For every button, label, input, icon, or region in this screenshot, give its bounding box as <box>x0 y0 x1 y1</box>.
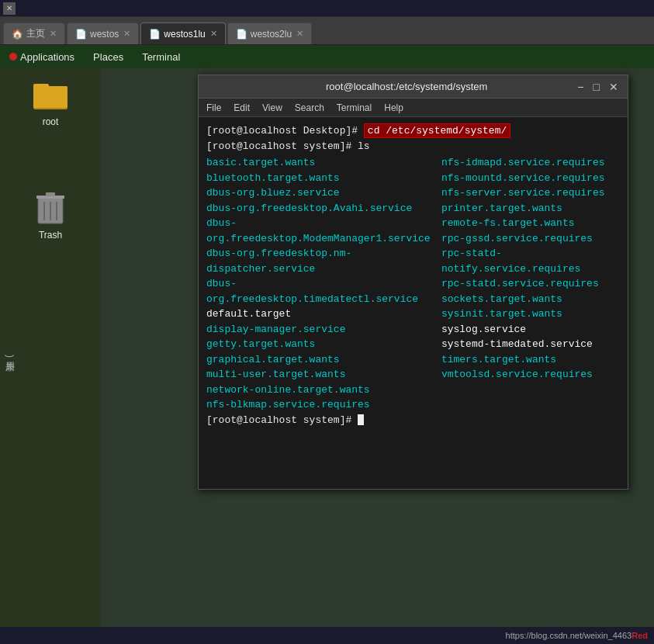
trash-icon <box>32 189 69 227</box>
ls-item-18: printer.target.wants <box>441 201 620 216</box>
terminal-menu-view[interactable]: View <box>262 102 282 113</box>
prompt-1: [root@localhost Desktop]# <box>206 125 364 137</box>
trash-icon-label: Trash <box>39 230 62 241</box>
root-icon-label: root <box>43 116 59 127</box>
tab-home-close[interactable]: ✕ <box>50 29 57 39</box>
ls-item-2: bluetooth.target.wants <box>206 171 434 186</box>
desktop-menubar: Applications Places Terminal <box>0 45 654 68</box>
prompt-last: [root@localhost system]# <box>206 414 358 426</box>
ls-item-26: systemd-timedated.service <box>441 337 620 352</box>
ls-item-6: dbus-org.freedesktop.nm-dispatcher.servi… <box>206 246 434 276</box>
terminal-menu-file[interactable]: File <box>206 102 221 113</box>
terminal-menubar: File Edit View Search Terminal Help <box>199 99 628 117</box>
ls-item-27: timers.target.wants <box>441 352 620 368</box>
tab-home-label: 主页 <box>26 27 45 40</box>
menubar-places[interactable]: Places <box>90 50 126 64</box>
ls-item-19: remote-fs.target.wants <box>441 216 620 231</box>
ls-item-24: sysinit.target.wants <box>441 306 620 322</box>
terminal-line-last: [root@localhost system]# <box>206 413 620 428</box>
ls-item-25: syslog.service <box>441 322 620 338</box>
tab-westos1lu-label: westos1lu <box>164 29 205 40</box>
menubar-terminal[interactable]: Terminal <box>139 50 183 64</box>
terminal-title: root@localhost:/etc/systemd/system <box>237 81 576 92</box>
ls-item-28: vmtoolsd.service.requires <box>441 367 620 383</box>
home-tab-icon: 🏠 <box>12 29 23 40</box>
menubar-places-label: Places <box>93 51 123 63</box>
tab-westos-close[interactable]: ✕ <box>123 29 130 39</box>
ls-col-right: nfs-idmapd.service.requires nfs-mountd.s… <box>441 155 620 413</box>
tab-westos2lu[interactable]: 📄 westos2lu ✕ <box>227 23 312 44</box>
westos1lu-tab-icon: 📄 <box>149 29 161 40</box>
ls-item-4: dbus-org.freedesktop.Avahi.service <box>206 201 434 216</box>
terminal-menu-search[interactable]: Search <box>295 102 324 113</box>
menubar-terminal-label: Terminal <box>142 51 180 63</box>
ls-item-11: graphical.target.wants <box>206 352 434 368</box>
ls-item-16: nfs-mountd.service.requires <box>441 171 620 186</box>
red-brand: Red <box>632 631 648 640</box>
terminal-titlebar: root@localhost:/etc/systemd/system − □ ✕ <box>199 75 628 99</box>
terminal-menu-help[interactable]: Help <box>384 102 403 113</box>
ls-col-left: basic.target.wants bluetooth.target.want… <box>206 155 434 413</box>
terminal-window: root@localhost:/etc/systemd/system − □ ✕… <box>198 74 628 490</box>
ls-item-3: dbus-org.bluez.service <box>206 185 434 201</box>
tab-home[interactable]: 🏠 主页 ✕ <box>3 23 65 44</box>
terminal-menu-edit[interactable]: Edit <box>234 102 250 113</box>
ls-item-10: getty.target.wants <box>206 337 434 352</box>
tab-westos-label: westos <box>90 29 119 40</box>
westos-tab-icon: 📄 <box>75 29 87 40</box>
ls-item-15: nfs-idmapd.service.requires <box>441 155 620 171</box>
tab-westos1lu[interactable]: 📄 westos1lu ✕ <box>140 23 225 44</box>
ls-item-20: rpc-gssd.service.requires <box>441 231 620 247</box>
terminal-close-button[interactable]: ✕ <box>607 81 620 93</box>
ls-item-8: default.target <box>206 306 434 322</box>
root-folder-icon <box>32 76 69 113</box>
menubar-applications-label: Applications <box>20 51 74 63</box>
tab-westos2lu-label: westos2lu <box>251 29 292 40</box>
ls-item-5: dbus-org.freedesktop.ModemManager1.servi… <box>206 216 434 246</box>
terminal-maximize-button[interactable]: □ <box>592 81 601 93</box>
tab-westos1lu-close[interactable]: ✕ <box>210 29 217 39</box>
bottom-bar: https://blog.csdn.net/weixin_4463Red <box>0 627 654 644</box>
terminal-minimize-button[interactable]: − <box>576 81 585 93</box>
ls-item-17: nfs-server.service.requires <box>441 185 620 201</box>
prompt-2: [root@localhost system]# ls <box>206 140 370 152</box>
terminal-body[interactable]: [root@localhost Desktop]# cd /etc/system… <box>199 117 628 489</box>
ls-item-1: basic.target.wants <box>206 155 434 171</box>
tab-westos[interactable]: 📄 westos ✕ <box>67 23 139 44</box>
desktop-icon-root[interactable]: root <box>32 76 69 127</box>
tab-westos2lu-close[interactable]: ✕ <box>296 29 303 39</box>
westos2lu-tab-icon: 📄 <box>236 29 247 40</box>
ls-item-22: rpc-statd.service.requires <box>441 276 620 292</box>
os-top-bar: ✕ <box>0 0 654 17</box>
cd-command: cd /etc/systemd/system/ <box>364 123 510 138</box>
menubar-applications[interactable]: Applications <box>6 50 78 64</box>
ls-output: basic.target.wants bluetooth.target.want… <box>206 155 620 413</box>
terminal-controls: − □ ✕ <box>576 81 620 93</box>
os-close-button[interactable]: ✕ <box>3 2 16 15</box>
app-dot-icon <box>9 53 17 61</box>
ls-item-9: display-manager.service <box>206 322 434 338</box>
desktop: 兼用) root <box>0 68 654 644</box>
svg-rect-5 <box>46 192 55 196</box>
ls-item-13: network-online.target.wants <box>206 383 434 398</box>
terminal-menu-terminal[interactable]: Terminal <box>337 102 372 113</box>
ls-item-21: rpc-statd-notify.service.requires <box>441 246 620 276</box>
cursor <box>358 414 364 425</box>
desktop-icon-trash[interactable]: Trash <box>32 189 69 241</box>
svg-rect-2 <box>33 86 67 108</box>
browser-tab-bar: 🏠 主页 ✕ 📄 westos ✕ 📄 westos1lu ✕ 📄 westos… <box>0 17 654 45</box>
side-label: 兼用) <box>3 355 16 358</box>
bottom-url: https://blog.csdn.net/weixin_4463Red <box>506 631 648 640</box>
ls-item-7: dbus-org.freedesktop.timedatectl.service <box>206 276 434 306</box>
terminal-line-1: [root@localhost Desktop]# cd /etc/system… <box>206 123 620 139</box>
ls-item-23: sockets.target.wants <box>441 292 620 307</box>
terminal-line-2: [root@localhost system]# ls <box>206 139 620 154</box>
ls-item-12: multi-user.target.wants <box>206 367 434 383</box>
desktop-sidebar: 兼用) root <box>0 68 101 644</box>
ls-item-14: nfs-blkmap.service.requires <box>206 397 434 413</box>
